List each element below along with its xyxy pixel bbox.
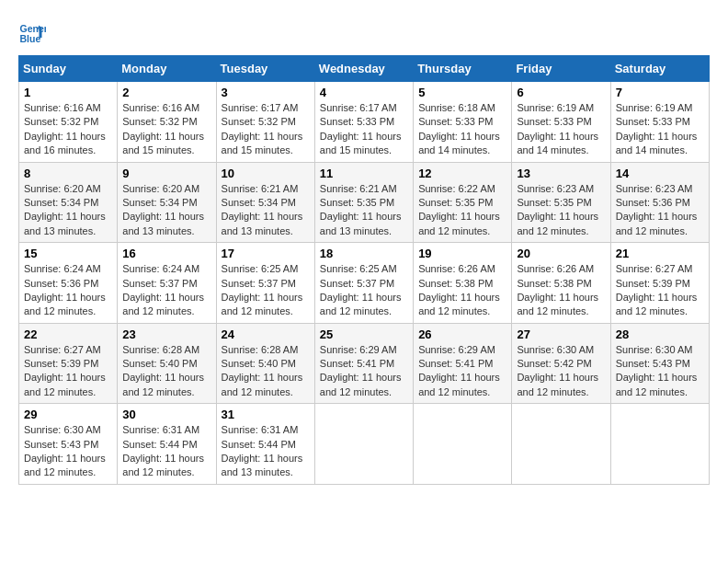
sunrise-label: Sunrise: 6:30 AM xyxy=(24,424,101,435)
daylight-label: Daylight: 11 hours and 12 minutes. xyxy=(320,292,402,316)
day-number: 22 xyxy=(24,327,112,341)
sunset-label: Sunset: 5:38 PM xyxy=(517,278,591,289)
day-number: 6 xyxy=(517,86,605,99)
calendar-cell: 10 Sunrise: 6:21 AM Sunset: 5:34 PM Dayl… xyxy=(216,162,314,243)
day-number: 16 xyxy=(122,247,210,260)
calendar-cell: 14 Sunrise: 6:23 AM Sunset: 5:36 PM Dayl… xyxy=(610,162,709,243)
day-header-wednesday: Wednesday xyxy=(314,56,413,82)
daylight-label: Daylight: 11 hours and 12 minutes. xyxy=(418,211,500,236)
day-header-sunday: Sunday xyxy=(19,56,118,82)
sunset-label: Sunset: 5:42 PM xyxy=(517,358,591,369)
sunset-label: Sunset: 5:41 PM xyxy=(320,358,394,369)
day-info: Sunrise: 6:30 AM Sunset: 5:43 PM Dayligh… xyxy=(616,343,704,400)
daylight-label: Daylight: 11 hours and 12 minutes. xyxy=(122,372,204,396)
day-info: Sunrise: 6:26 AM Sunset: 5:38 PM Dayligh… xyxy=(418,262,506,319)
calendar-cell: 21 Sunrise: 6:27 AM Sunset: 5:39 PM Dayl… xyxy=(610,243,709,324)
day-info: Sunrise: 6:19 AM Sunset: 5:33 PM Dayligh… xyxy=(616,101,704,158)
sunset-label: Sunset: 5:33 PM xyxy=(320,116,394,127)
svg-text:Blue: Blue xyxy=(20,33,41,44)
week-row-4: 22 Sunrise: 6:27 AM Sunset: 5:39 PM Dayl… xyxy=(19,323,710,404)
day-number: 2 xyxy=(122,86,210,99)
calendar-cell: 22 Sunrise: 6:27 AM Sunset: 5:39 PM Dayl… xyxy=(19,323,118,404)
day-number: 24 xyxy=(222,327,310,341)
sunset-label: Sunset: 5:34 PM xyxy=(24,197,98,208)
calendar-cell: 17 Sunrise: 6:25 AM Sunset: 5:37 PM Dayl… xyxy=(216,243,314,324)
day-info: Sunrise: 6:21 AM Sunset: 5:34 PM Dayligh… xyxy=(222,182,310,239)
sunrise-label: Sunrise: 6:20 AM xyxy=(122,183,199,194)
day-info: Sunrise: 6:16 AM Sunset: 5:32 PM Dayligh… xyxy=(122,101,210,158)
day-info: Sunrise: 6:23 AM Sunset: 5:35 PM Dayligh… xyxy=(517,182,605,239)
sunset-label: Sunset: 5:37 PM xyxy=(122,278,197,289)
calendar-cell: 18 Sunrise: 6:25 AM Sunset: 5:37 PM Dayl… xyxy=(314,243,413,324)
sunset-label: Sunset: 5:33 PM xyxy=(517,116,591,127)
day-info: Sunrise: 6:23 AM Sunset: 5:36 PM Dayligh… xyxy=(616,182,704,239)
calendar-cell: 11 Sunrise: 6:21 AM Sunset: 5:35 PM Dayl… xyxy=(314,162,413,243)
sunrise-label: Sunrise: 6:27 AM xyxy=(616,263,693,274)
calendar-cell: 7 Sunrise: 6:19 AM Sunset: 5:33 PM Dayli… xyxy=(610,82,709,163)
calendar-cell xyxy=(414,404,512,485)
sunset-label: Sunset: 5:32 PM xyxy=(122,116,197,127)
day-info: Sunrise: 6:30 AM Sunset: 5:43 PM Dayligh… xyxy=(24,423,112,480)
page-header: General Blue xyxy=(18,18,710,46)
day-header-tuesday: Tuesday xyxy=(216,56,314,82)
sunset-label: Sunset: 5:37 PM xyxy=(320,278,394,289)
sunrise-label: Sunrise: 6:16 AM xyxy=(24,102,101,113)
calendar-cell: 24 Sunrise: 6:28 AM Sunset: 5:40 PM Dayl… xyxy=(216,323,314,404)
day-info: Sunrise: 6:24 AM Sunset: 5:36 PM Dayligh… xyxy=(24,262,112,319)
day-header-friday: Friday xyxy=(512,56,610,82)
calendar-cell: 29 Sunrise: 6:30 AM Sunset: 5:43 PM Dayl… xyxy=(19,404,118,485)
sunrise-label: Sunrise: 6:30 AM xyxy=(517,344,594,355)
calendar-cell: 3 Sunrise: 6:17 AM Sunset: 5:32 PM Dayli… xyxy=(216,82,314,163)
daylight-label: Daylight: 11 hours and 15 minutes. xyxy=(122,131,204,155)
sunrise-label: Sunrise: 6:25 AM xyxy=(320,263,397,274)
day-info: Sunrise: 6:16 AM Sunset: 5:32 PM Dayligh… xyxy=(24,101,112,158)
day-info: Sunrise: 6:17 AM Sunset: 5:33 PM Dayligh… xyxy=(320,101,408,158)
day-info: Sunrise: 6:27 AM Sunset: 5:39 PM Dayligh… xyxy=(616,262,704,319)
daylight-label: Daylight: 11 hours and 12 minutes. xyxy=(517,211,598,236)
day-header-thursday: Thursday xyxy=(414,56,512,82)
sunrise-label: Sunrise: 6:28 AM xyxy=(122,344,199,355)
daylight-label: Daylight: 11 hours and 15 minutes. xyxy=(320,131,402,155)
sunset-label: Sunset: 5:41 PM xyxy=(418,358,493,369)
sunrise-label: Sunrise: 6:23 AM xyxy=(517,183,594,194)
calendar-cell: 30 Sunrise: 6:31 AM Sunset: 5:44 PM Dayl… xyxy=(118,404,216,485)
calendar-cell: 9 Sunrise: 6:20 AM Sunset: 5:34 PM Dayli… xyxy=(118,162,216,243)
calendar-cell: 12 Sunrise: 6:22 AM Sunset: 5:35 PM Dayl… xyxy=(414,162,512,243)
day-info: Sunrise: 6:22 AM Sunset: 5:35 PM Dayligh… xyxy=(418,182,506,239)
day-number: 5 xyxy=(418,86,506,99)
day-number: 19 xyxy=(418,247,506,260)
sunrise-label: Sunrise: 6:30 AM xyxy=(616,344,693,355)
sunset-label: Sunset: 5:37 PM xyxy=(222,278,296,289)
calendar-cell: 5 Sunrise: 6:18 AM Sunset: 5:33 PM Dayli… xyxy=(414,82,512,163)
daylight-label: Daylight: 11 hours and 12 minutes. xyxy=(517,372,598,396)
sunset-label: Sunset: 5:32 PM xyxy=(222,116,296,127)
day-number: 31 xyxy=(222,408,310,421)
calendar-cell xyxy=(610,404,709,485)
day-number: 14 xyxy=(616,167,704,180)
day-info: Sunrise: 6:21 AM Sunset: 5:35 PM Dayligh… xyxy=(320,182,408,239)
day-info: Sunrise: 6:19 AM Sunset: 5:33 PM Dayligh… xyxy=(517,101,605,158)
day-info: Sunrise: 6:30 AM Sunset: 5:42 PM Dayligh… xyxy=(517,343,605,400)
day-number: 9 xyxy=(122,167,210,180)
sunset-label: Sunset: 5:32 PM xyxy=(24,116,98,127)
calendar-cell: 19 Sunrise: 6:26 AM Sunset: 5:38 PM Dayl… xyxy=(414,243,512,324)
sunset-label: Sunset: 5:36 PM xyxy=(24,278,98,289)
daylight-label: Daylight: 11 hours and 12 minutes. xyxy=(222,292,303,316)
daylight-label: Daylight: 11 hours and 12 minutes. xyxy=(418,372,500,396)
daylight-label: Daylight: 11 hours and 12 minutes. xyxy=(616,292,698,316)
sunset-label: Sunset: 5:35 PM xyxy=(517,197,591,208)
sunrise-label: Sunrise: 6:22 AM xyxy=(418,183,495,194)
sunrise-label: Sunrise: 6:29 AM xyxy=(320,344,397,355)
week-row-5: 29 Sunrise: 6:30 AM Sunset: 5:43 PM Dayl… xyxy=(19,404,710,485)
daylight-label: Daylight: 11 hours and 12 minutes. xyxy=(122,292,204,316)
calendar-cell: 23 Sunrise: 6:28 AM Sunset: 5:40 PM Dayl… xyxy=(118,323,216,404)
daylight-label: Daylight: 11 hours and 12 minutes. xyxy=(616,372,698,396)
sunset-label: Sunset: 5:40 PM xyxy=(222,358,296,369)
day-info: Sunrise: 6:18 AM Sunset: 5:33 PM Dayligh… xyxy=(418,101,506,158)
sunset-label: Sunset: 5:43 PM xyxy=(24,439,98,450)
calendar-cell: 28 Sunrise: 6:30 AM Sunset: 5:43 PM Dayl… xyxy=(610,323,709,404)
sunset-label: Sunset: 5:36 PM xyxy=(616,197,690,208)
sunset-label: Sunset: 5:44 PM xyxy=(122,439,197,450)
day-number: 23 xyxy=(122,327,210,341)
day-number: 8 xyxy=(24,167,112,180)
